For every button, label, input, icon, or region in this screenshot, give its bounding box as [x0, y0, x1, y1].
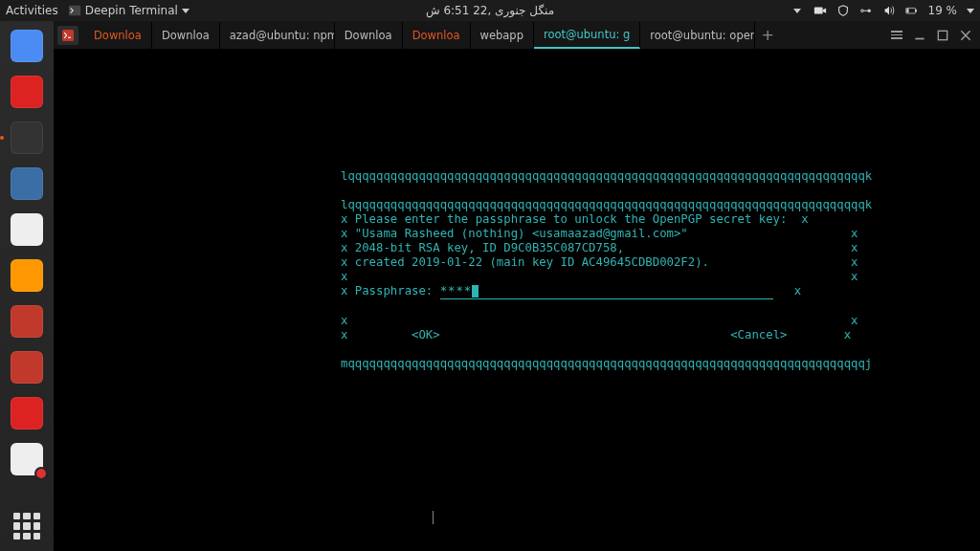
- ok-button[interactable]: <OK>: [412, 328, 440, 342]
- dock-recorder[interactable]: [8, 394, 46, 432]
- minimize-button[interactable]: [913, 29, 926, 42]
- gnome-topbar: Activities Deepin Terminal منگل جنوری ,2…: [0, 0, 980, 21]
- dock-badge-icon: [34, 467, 48, 480]
- tab-2[interactable]: azad@ubuntu: npm-pro: [220, 22, 335, 49]
- tab-4[interactable]: Downloa: [403, 22, 471, 49]
- menu-button[interactable]: [890, 29, 903, 42]
- tab-7[interactable]: root@ubuntu: openpgp-rev: [640, 22, 755, 49]
- show-applications-button[interactable]: [13, 513, 40, 540]
- dock-terminal[interactable]: [8, 119, 46, 157]
- passphrase-masked-value: ****: [440, 284, 473, 298]
- dropdown-icon[interactable]: [791, 4, 804, 17]
- maximize-button[interactable]: [936, 29, 949, 42]
- svg-rect-6: [938, 31, 947, 39]
- cancel-button[interactable]: <Cancel>: [730, 328, 787, 342]
- terminal-icon: [68, 4, 81, 17]
- dialog-blank: x x: [341, 270, 858, 283]
- cursor-icon: [472, 285, 479, 298]
- terminal-body[interactable]: lqqqqqqqqqqqqqqqqqqqqqqqqqqqqqqqqqqqqqqq…: [54, 50, 980, 551]
- tab-5[interactable]: webapp: [471, 22, 534, 49]
- svg-rect-4: [906, 9, 908, 12]
- app-menu[interactable]: Deepin Terminal: [68, 4, 189, 17]
- tab-3[interactable]: Downloa: [335, 22, 403, 49]
- dock-rhythmbox[interactable]: [8, 210, 46, 249]
- dock-meld1[interactable]: [8, 302, 46, 341]
- dialog-row-lead: x: [341, 328, 412, 342]
- dialog-top-border: lqqqqqqqqqqqqqqqqqqqqqqqqqqqqqqqqqqqqqqq…: [341, 198, 872, 211]
- dialog-row-tail2: x: [787, 328, 851, 342]
- dock-files[interactable]: [8, 165, 46, 203]
- dialog-pre-border: lqqqqqqqqqqqqqqqqqqqqqqqqqqqqqqqqqqqqqqq…: [341, 169, 872, 184]
- vpn-icon[interactable]: [836, 4, 850, 17]
- system-menu-chevron-icon[interactable]: [967, 9, 974, 13]
- battery-percent: 19 %: [928, 4, 958, 17]
- dock-notes[interactable]: [8, 440, 46, 478]
- dialog-bottom-border: mqqqqqqqqqqqqqqqqqqqqqqqqqqqqqqqqqqqqqqq…: [341, 357, 872, 370]
- activities-button[interactable]: Activities: [6, 4, 58, 17]
- dialog-blank2: x x: [341, 314, 858, 327]
- dock-opera[interactable]: [8, 73, 46, 111]
- tab-6[interactable]: root@ubuntu: g: [534, 22, 640, 49]
- dialog-line-prompt: x Please enter the passphrase to unlock …: [341, 212, 809, 226]
- dock-chromium[interactable]: [8, 27, 46, 65]
- passphrase-label: x Passphrase:: [341, 284, 440, 299]
- app-menu-label: Deepin Terminal: [85, 4, 178, 17]
- svg-rect-5: [62, 30, 74, 41]
- chevron-down-icon: [182, 9, 189, 13]
- tab-0[interactable]: Downloa: [84, 22, 152, 49]
- dock-sublime[interactable]: [8, 256, 46, 295]
- tab-bar: DownloaDownloaazad@ubuntu: npm-proDownlo…: [54, 21, 980, 50]
- dialog-line-keyinfo: x 2048-bit RSA key, ID D9C0B35C087CD758,…: [341, 241, 858, 254]
- svg-rect-0: [69, 6, 80, 16]
- tab-1[interactable]: Downloa: [152, 22, 220, 49]
- clock[interactable]: منگل جنوری ,22 6:51 ش: [426, 4, 554, 17]
- dialog-row-tail: x: [773, 284, 802, 299]
- text-cursor-icon: [433, 511, 434, 524]
- svg-rect-3: [915, 10, 916, 12]
- dialog-line-created: x created 2019-01-22 (main key ID AC4964…: [341, 255, 858, 269]
- dialog-row-mid: [440, 328, 731, 342]
- camera-icon[interactable]: [813, 4, 827, 17]
- close-button[interactable]: [959, 29, 972, 42]
- passphrase-input[interactable]: ****: [440, 284, 773, 299]
- volume-icon[interactable]: [882, 4, 896, 17]
- battery-icon[interactable]: [905, 4, 919, 17]
- svg-rect-1: [813, 8, 822, 14]
- key-icon[interactable]: ⊶: [859, 4, 873, 17]
- terminal-window: DownloaDownloaazad@ubuntu: npm-proDownlo…: [54, 21, 980, 551]
- dialog-line-identity: x "Usama Rasheed (nothing) <usamaazad@gm…: [341, 227, 858, 240]
- dock-meld2[interactable]: [8, 348, 46, 386]
- terminal-tab-icon[interactable]: [57, 26, 78, 45]
- pinentry-dialog: lqqqqqqqqqqqqqqqqqqqqqqqqqqqqqqqqqqqqqqq…: [341, 184, 872, 386]
- dock: [0, 21, 54, 551]
- new-tab-button[interactable]: +: [755, 26, 780, 44]
